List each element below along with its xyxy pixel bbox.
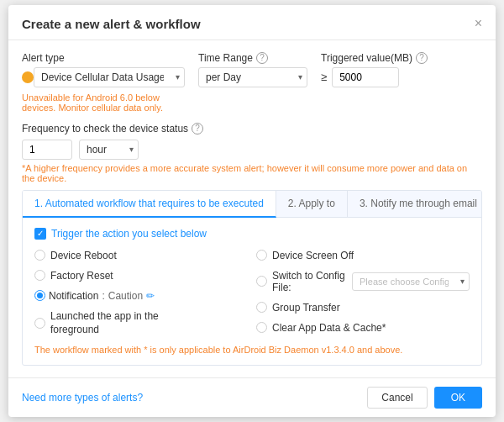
need-more-alerts-link[interactable]: Need more types of alerts? <box>22 392 143 404</box>
alert-type-group: Alert type Device Cellular Data Usage Un… <box>22 52 185 119</box>
time-range-info-icon[interactable]: ? <box>256 52 268 64</box>
option-screen-off[interactable]: Device Screen Off <box>256 250 470 261</box>
option-launched-app[interactable]: Launched the app in the foreground <box>34 310 248 336</box>
option-group-transfer-label: Group Transfer <box>272 302 340 314</box>
time-range-group: Time Range ? per Day per Week per Month <box>198 52 307 87</box>
options-left: Device Reboot Factory Reset Notification… <box>34 250 248 336</box>
alert-type-warning: Unavailable for Android 6.0 below device… <box>22 92 173 113</box>
time-range-label: Time Range ? <box>198 52 307 64</box>
option-clear-app[interactable]: Clear App Data & Cache* <box>256 322 470 334</box>
workflow-note: The workflow marked with * is only appli… <box>34 345 470 355</box>
modal: Create a new alert & workflow × Alert ty… <box>8 5 496 417</box>
options-grid: Device Reboot Factory Reset Notification… <box>34 250 470 336</box>
radio-device-reboot[interactable] <box>34 250 45 261</box>
alert-type-select-wrap[interactable]: Device Cellular Data Usage <box>22 67 185 87</box>
config-file-select[interactable]: Please choose Config F <box>352 272 470 291</box>
options-right: Device Screen Off Switch to Config File:… <box>256 250 470 336</box>
triggered-operator: ≥ <box>321 71 327 83</box>
time-range-select[interactable]: per Day per Week per Month <box>198 67 307 87</box>
radio-group-transfer[interactable] <box>256 302 267 313</box>
triggered-info-icon[interactable]: ? <box>416 52 428 64</box>
frequency-section: Frequency to check the device status ? h… <box>22 123 482 183</box>
freq-unit-select-wrap[interactable]: hour minute <box>79 140 139 160</box>
tab-automated-workflow[interactable]: 1. Automated workflow that requires to b… <box>23 191 276 218</box>
notification-edit-icon[interactable]: ✏ <box>146 290 155 302</box>
tab-apply-to[interactable]: 2. Apply to <box>276 191 348 217</box>
option-factory-reset-label: Factory Reset <box>50 270 113 282</box>
tabs-header: 1. Automated workflow that requires to b… <box>23 191 481 218</box>
freq-label: Frequency to check the device status ? <box>22 123 482 135</box>
option-clear-app-label: Clear App Data & Cache* <box>272 322 386 334</box>
option-switch-config-label: Switch to Config File: <box>272 270 347 293</box>
option-notification-label: Notification <box>49 290 98 302</box>
trigger-checkbox[interactable] <box>34 228 46 240</box>
freq-unit-select[interactable]: hour minute <box>79 140 139 160</box>
trigger-label: Trigger the action you select below <box>51 228 207 240</box>
tab-content: Trigger the action you select below Devi… <box>23 218 481 365</box>
modal-footer: Need more types of alerts? Cancel OK <box>8 377 496 417</box>
footer-buttons: Cancel OK <box>367 387 482 409</box>
notification-caution-value: Caution <box>108 290 143 302</box>
config-file-select-wrap[interactable]: Please choose Config F <box>352 272 470 291</box>
option-factory-reset[interactable]: Factory Reset <box>34 270 248 282</box>
notification-caution: : <box>102 290 104 302</box>
triggered-label: Triggered value(MB) ? <box>321 52 428 64</box>
freq-row: hour minute <box>22 140 482 160</box>
option-switch-config[interactable]: Switch to Config File: Please choose Con… <box>256 270 470 293</box>
option-group-transfer[interactable]: Group Transfer <box>256 302 470 314</box>
tabs-section: 1. Automated workflow that requires to b… <box>22 190 482 366</box>
cancel-button[interactable]: Cancel <box>367 387 427 409</box>
modal-title: Create a new alert & workflow <box>22 17 201 31</box>
option-device-reboot-label: Device Reboot <box>50 250 117 261</box>
radio-launched-app[interactable] <box>34 318 45 329</box>
triggered-value-input[interactable] <box>332 67 399 87</box>
alert-type-label: Alert type <box>22 52 185 64</box>
triggered-group: Triggered value(MB) ? ≥ <box>321 52 428 87</box>
radio-clear-app[interactable] <box>256 322 267 333</box>
trigger-check-row: Trigger the action you select below <box>34 228 470 240</box>
freq-value-input[interactable] <box>22 140 72 160</box>
radio-switch-config[interactable] <box>256 276 267 287</box>
tab-notify-email[interactable]: 3. Notify me through email <box>348 191 482 217</box>
alert-type-icon <box>22 71 34 83</box>
top-fields-row: Alert type Device Cellular Data Usage Un… <box>22 52 482 119</box>
ok-button[interactable]: OK <box>434 387 482 409</box>
time-range-select-wrap[interactable]: per Day per Week per Month <box>198 67 307 87</box>
option-notification[interactable]: Notification : Caution ✏ <box>34 290 248 302</box>
modal-header: Create a new alert & workflow × <box>8 5 496 40</box>
freq-info-icon[interactable]: ? <box>192 123 203 135</box>
triggered-row: ≥ <box>321 67 428 87</box>
freq-note: *A higher frequency provides a more accu… <box>22 163 482 183</box>
radio-factory-reset[interactable] <box>34 270 45 281</box>
option-launched-app-label: Launched the app in the foreground <box>50 310 185 336</box>
close-button[interactable]: × <box>475 17 482 30</box>
option-screen-off-label: Device Screen Off <box>272 250 354 261</box>
modal-body: Alert type Device Cellular Data Usage Un… <box>8 40 496 377</box>
radio-notification[interactable] <box>34 290 45 301</box>
alert-type-select[interactable]: Device Cellular Data Usage <box>34 67 185 87</box>
option-device-reboot[interactable]: Device Reboot <box>34 250 248 261</box>
radio-screen-off[interactable] <box>256 250 267 261</box>
